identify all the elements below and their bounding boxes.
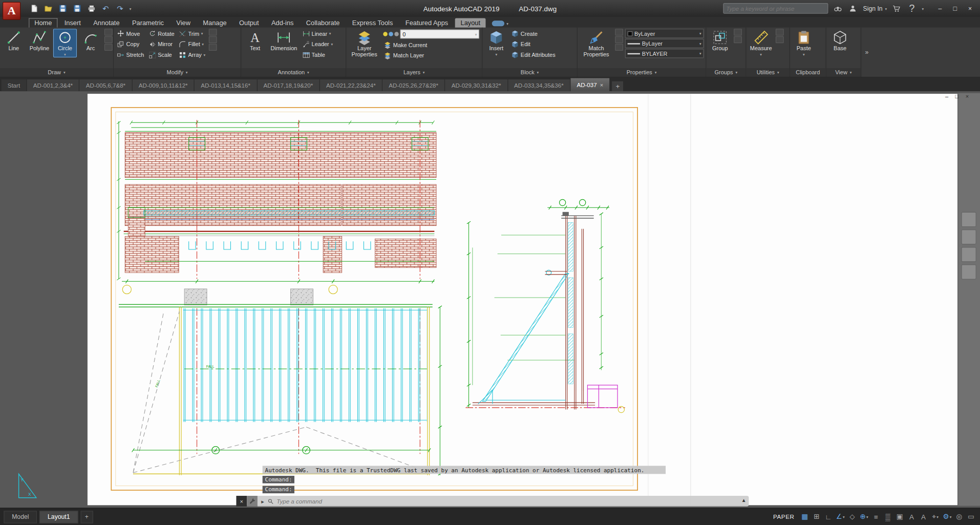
object-snap-icon[interactable]: ⊕▾ <box>859 511 869 522</box>
annotation-panel-expand-icon[interactable]: ▾ <box>307 71 309 74</box>
search-icon[interactable] <box>833 4 843 14</box>
circle-dropdown-icon[interactable]: ▾ <box>64 52 66 56</box>
linear-dropdown-icon[interactable]: ▾ <box>329 32 331 35</box>
quick-calc-icon[interactable] <box>776 29 784 35</box>
layer-on-icon[interactable] <box>383 32 388 36</box>
group-button[interactable]: Group <box>708 29 732 53</box>
object-color-dropdown[interactable]: ByLayer▾ <box>625 29 704 38</box>
file-tab-active[interactable]: AD-037× <box>570 78 609 92</box>
plot-button[interactable] <box>86 4 96 13</box>
right-scroll-strip[interactable] <box>957 93 980 506</box>
erase-tool-icon[interactable] <box>208 29 217 35</box>
nav-orbit-button[interactable] <box>961 247 976 262</box>
file-tab[interactable]: AD-017,18,19&20* <box>257 79 319 91</box>
table-button[interactable]: Table <box>301 50 334 60</box>
annotation-visibility-icon[interactable]: A <box>906 511 917 522</box>
new-file-button[interactable] <box>29 4 39 13</box>
qat-customize-dropdown-icon[interactable]: ▾ <box>130 7 132 10</box>
tab-layout[interactable]: Layout <box>455 18 486 27</box>
ortho-icon[interactable]: ∟ <box>823 511 834 522</box>
layer-freeze-icon[interactable] <box>389 32 393 36</box>
paste-button[interactable]: Paste▾ <box>792 29 816 57</box>
paste-dropdown-icon[interactable]: ▾ <box>803 52 805 56</box>
trim-button[interactable]: Trim▾ <box>178 29 207 39</box>
polar-tracking-icon[interactable]: ∠▾ <box>835 511 846 522</box>
circle-button[interactable]: Circle▾ <box>53 29 77 57</box>
open-file-button[interactable] <box>43 4 53 13</box>
file-tab[interactable]: AD-029,30,31&32* <box>445 79 507 91</box>
ellipse-tool-icon[interactable] <box>104 36 113 43</box>
drawing-minimize-button[interactable]: – <box>945 93 948 99</box>
selection-cycling-icon[interactable]: ▣ <box>894 511 905 522</box>
transparency-icon[interactable]: ▒ <box>883 511 893 522</box>
view-panel-expand-icon[interactable]: ▾ <box>850 71 852 74</box>
tab-parametric[interactable]: Parametric <box>126 18 169 27</box>
rectangle-tool-icon[interactable] <box>104 29 113 35</box>
undo-button[interactable]: ↶ <box>101 4 111 13</box>
tab-annotate[interactable]: Annotate <box>88 18 125 27</box>
insert-dropdown-icon[interactable]: ▾ <box>495 52 497 56</box>
redo-button[interactable]: ↷ <box>115 4 125 13</box>
lineweight-dropdown[interactable]: BYLAYER▾ <box>625 49 704 58</box>
close-tab-icon[interactable]: × <box>600 81 603 88</box>
isometric-drafting-icon[interactable]: ◇ <box>847 511 858 522</box>
array-dropdown-icon[interactable]: ▾ <box>203 53 205 57</box>
recent-commands-icon[interactable]: ▲ <box>741 498 747 503</box>
help-icon[interactable]: ? <box>907 4 917 14</box>
new-layout-button[interactable]: + <box>80 511 93 523</box>
block-panel-expand-icon[interactable]: ▾ <box>537 71 539 74</box>
arc-button[interactable]: Arc <box>79 29 102 53</box>
close-button[interactable]: × <box>963 3 977 14</box>
properties-panel-label[interactable]: Properties▾ <box>578 68 706 77</box>
draw-panel-expand-icon[interactable]: ▾ <box>63 71 66 74</box>
text-button[interactable]: Text <box>243 29 267 53</box>
edit-block-button[interactable]: Edit <box>510 39 557 50</box>
layer-lock-icon[interactable] <box>394 32 399 36</box>
object-color-list-icon[interactable] <box>615 29 623 35</box>
search-input[interactable] <box>726 5 825 12</box>
groups-panel-expand-icon[interactable]: ▾ <box>735 71 737 74</box>
help-dropdown-icon[interactable]: ▾ <box>922 7 924 10</box>
fillet-dropdown-icon[interactable]: ▾ <box>202 43 204 46</box>
save-button[interactable] <box>57 4 68 13</box>
dimension-button[interactable]: Dimension <box>269 29 299 53</box>
nav-zoom-button[interactable] <box>961 229 976 244</box>
annotation-scale-icon[interactable]: ⌖▾ <box>930 511 941 522</box>
command-customize-icon[interactable] <box>247 496 258 507</box>
layer-dropdown[interactable]: 0▾ <box>400 29 479 38</box>
save-as-button[interactable] <box>72 4 82 13</box>
lineweight-list-icon[interactable] <box>615 44 623 50</box>
app-store-icon[interactable] <box>892 4 902 14</box>
offset-tool-icon[interactable] <box>208 44 217 50</box>
maximize-button[interactable]: □ <box>948 3 963 14</box>
tab-express-tools[interactable]: Express Tools <box>347 18 399 27</box>
copy-button[interactable]: Copy <box>116 39 145 50</box>
modify-panel-label[interactable]: Modify▾ <box>114 68 241 77</box>
layer-properties-button[interactable]: Layer Properties <box>348 29 380 59</box>
file-tab[interactable]: AD-013,14,15&16* <box>195 79 257 91</box>
tab-output[interactable]: Output <box>233 18 264 27</box>
groups-panel-label[interactable]: Groups▾ <box>706 68 745 77</box>
base-button[interactable]: Base <box>828 29 851 53</box>
ribbon-overflow-button[interactable]: » <box>861 28 872 77</box>
match-properties-button[interactable]: Match Properties <box>580 29 613 59</box>
view-panel-label[interactable]: View▾ <box>826 68 861 77</box>
fillet-button[interactable]: Fillet▾ <box>178 39 207 50</box>
scale-button[interactable]: Scale <box>147 50 176 60</box>
mirror-button[interactable]: Mirror <box>147 39 176 50</box>
new-drawing-tab-button[interactable]: + <box>612 81 623 92</box>
command-input[interactable] <box>276 498 745 505</box>
tab-view[interactable]: View <box>171 18 196 27</box>
file-tab[interactable]: AD-033,34,35&36* <box>508 79 570 91</box>
tab-collaborate[interactable]: Collaborate <box>301 18 346 27</box>
minimize-button[interactable]: – <box>932 3 947 14</box>
model-tab[interactable]: Model <box>4 511 37 523</box>
stretch-button[interactable]: Stretch <box>116 50 145 60</box>
file-tab-start[interactable]: Start <box>1 79 26 91</box>
ungroup-tool-icon[interactable] <box>734 29 742 35</box>
line-button[interactable]: Line <box>2 29 26 53</box>
modify-panel-expand-icon[interactable]: ▾ <box>186 71 188 74</box>
create-block-button[interactable]: Create <box>510 29 557 39</box>
tab-add-ins[interactable]: Add-ins <box>266 18 299 27</box>
command-close-icon[interactable]: × <box>236 496 247 507</box>
